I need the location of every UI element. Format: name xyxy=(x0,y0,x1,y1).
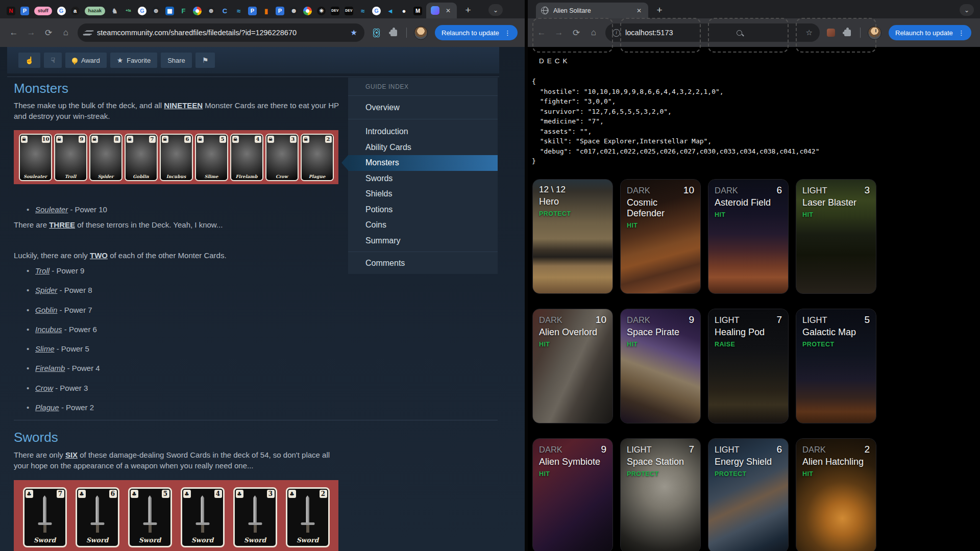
game-card-alien-hatchling[interactable]: DARK2Alien HatchlingHIT xyxy=(796,438,876,551)
close-tab-icon[interactable]: ✕ xyxy=(635,7,643,15)
browser-menu-icon[interactable]: ⋮ xyxy=(958,29,965,37)
pinned-tab-f-site[interactable]: F xyxy=(177,3,190,18)
pinned-tab-google-2[interactable]: G xyxy=(135,3,149,18)
game-card-asteroid-field[interactable]: DARK6Asteroid FieldHIT xyxy=(708,179,789,294)
new-tab-button[interactable]: + xyxy=(652,3,667,17)
pinned-tab-vscode[interactable]: ◄ xyxy=(383,3,397,18)
thumbs-down-button[interactable]: ☟ xyxy=(44,53,62,68)
monster-link[interactable]: Goblin xyxy=(35,306,57,314)
pinned-tab-github[interactable]: ● xyxy=(397,3,411,18)
sidebar-item-comments[interactable]: Comments xyxy=(348,252,498,274)
close-tab-icon[interactable]: ✕ xyxy=(444,7,452,15)
pinned-tab-openai[interactable]: ✳ xyxy=(314,3,328,18)
pinned-tab-globe-1[interactable]: ⊕ xyxy=(149,3,163,18)
react-devtools-icon[interactable] xyxy=(372,28,381,38)
bookmark-star-icon[interactable]: ★ xyxy=(351,28,357,37)
pinned-tab-unicorn[interactable]: ♞ xyxy=(108,3,121,18)
new-tab-button[interactable]: + xyxy=(461,3,475,17)
sidebar-item-ability-cards[interactable]: Ability Cards xyxy=(348,140,498,156)
sidebar-item-coins[interactable]: Coins xyxy=(348,217,498,233)
card-slot[interactable] xyxy=(620,18,701,53)
pinned-tab-dev-2[interactable]: DEV xyxy=(342,3,356,18)
pinned-tab-tailwind-1[interactable]: ≈ xyxy=(232,3,246,18)
sidebar-item-summary[interactable]: Summary xyxy=(348,233,498,249)
share-button[interactable]: Share xyxy=(161,53,192,68)
report-button[interactable]: ⚑ xyxy=(195,53,215,68)
sidebar-item-potions[interactable]: Potions xyxy=(348,202,498,218)
game-card-cosmic-defender[interactable]: DARK10Cosmic DefenderHIT xyxy=(620,179,701,294)
sidebar-item-monsters[interactable]: Monsters xyxy=(348,155,498,171)
sidebar-item-shields[interactable]: Shields xyxy=(348,186,498,202)
card-power-value: 2 xyxy=(320,490,327,498)
pinned-tab-emblem[interactable]: ⊛ xyxy=(287,3,301,18)
pinned-tab-dev-1[interactable]: DEV xyxy=(328,3,342,18)
pinned-tab-google-key[interactable] xyxy=(301,3,314,18)
reload-icon[interactable]: ⟳ xyxy=(40,24,57,41)
pinned-tab-tailwind-2[interactable]: ≈ xyxy=(356,3,370,18)
pinned-tab-maps[interactable] xyxy=(190,3,204,18)
pinned-tab-amazon[interactable]: a xyxy=(68,3,82,18)
monster-link[interactable]: Slime xyxy=(35,344,55,353)
game-card-space-station[interactable]: LIGHT7Space StationPROTECT xyxy=(620,438,701,551)
pinned-tab-stuff[interactable]: stuff xyxy=(32,3,55,18)
club-suit-icon: ♣ xyxy=(236,490,243,498)
game-card-laser-blaster[interactable]: LIGHT3Laser BlasterHIT xyxy=(796,179,876,294)
monster-link[interactable]: Incubus xyxy=(35,325,62,334)
home-icon[interactable]: ⌂ xyxy=(57,24,75,41)
pinned-tab-c-site[interactable]: C xyxy=(218,3,232,18)
extensions-puzzle-icon[interactable] xyxy=(390,30,397,36)
monster-link[interactable]: Spider xyxy=(35,286,57,294)
forward-icon[interactable]: → xyxy=(22,24,40,41)
tab-search-button[interactable]: ⌄ xyxy=(488,4,503,16)
pinned-tab-netflix[interactable]: N xyxy=(4,3,18,18)
sidebar-item-swords[interactable]: Swords xyxy=(348,171,498,187)
pinned-tab-fontawesome[interactable]: +fa xyxy=(121,3,135,18)
pinned-tab-medium[interactable]: M xyxy=(411,3,425,18)
game-card-energy-shield[interactable]: LIGHT6Energy ShieldPROTECT xyxy=(708,438,789,551)
favorite-button[interactable]: ★Favorite xyxy=(110,53,158,68)
monster-link[interactable]: Crow xyxy=(35,384,53,392)
pinned-tab-blue-docs-3[interactable]: P xyxy=(273,3,287,18)
relaunch-to-update-button[interactable]: Relaunch to update ⋮ xyxy=(435,25,518,40)
game-card-healing-pod[interactable]: LIGHT7Healing PodRAISE xyxy=(708,309,789,423)
url-text[interactable]: steamcommunity.com/sharedfiles/filedetai… xyxy=(97,29,297,37)
card-slot[interactable] xyxy=(532,18,613,53)
game-card-space-pirate[interactable]: DARK9Space PirateHIT xyxy=(620,309,701,423)
pinned-tab-blue-docs[interactable]: P xyxy=(18,3,32,18)
site-settings-icon[interactable] xyxy=(85,30,92,36)
relaunch-to-update-button[interactable]: Relaunch to update ⋮ xyxy=(889,25,971,40)
card-slot[interactable] xyxy=(708,18,789,53)
sidebar-item-introduction[interactable]: Introduction xyxy=(348,124,498,140)
pinned-tab-google-3[interactable]: G xyxy=(370,3,383,18)
browser-menu-icon[interactable]: ⋮ xyxy=(504,29,511,37)
tab-search-button[interactable]: ⌄ xyxy=(960,4,974,16)
pinned-tab-blue-docs-2[interactable]: P xyxy=(246,3,259,18)
game-card-alien-symbiote[interactable]: DARK9Alien SymbioteHIT xyxy=(532,438,613,551)
deck-config-json[interactable]: { "hostile": "10,10,10,9,9,8,6,6,4,4,3,2… xyxy=(532,77,820,166)
sidebar-item-overview[interactable]: Overview xyxy=(348,96,498,119)
active-tab[interactable]: ✕ xyxy=(426,3,457,18)
game-card-galactic-map[interactable]: LIGHT5Galactic MapPROTECT xyxy=(796,309,876,423)
monster-link[interactable]: Troll xyxy=(35,266,50,275)
rate-toolbar: ☝ ☟ Award ★Favorite Share ⚑ xyxy=(7,47,499,73)
pinned-tab-calendar[interactable]: ▦ xyxy=(163,3,177,18)
thumbs-up-button[interactable]: ☝ xyxy=(18,53,40,68)
info-icon[interactable]: i xyxy=(612,29,620,37)
card-name: Sword xyxy=(130,536,170,544)
pinned-tab-hazak[interactable]: hazak xyxy=(82,3,108,18)
profile-avatar[interactable] xyxy=(414,26,428,40)
game-card-hero[interactable]: 12 \ 12HeroPROTECT xyxy=(532,179,613,294)
card-slot[interactable] xyxy=(796,18,876,53)
address-bar[interactable]: steamcommunity.com/sharedfiles/filedetai… xyxy=(78,23,364,42)
alien-solitare-tab[interactable]: Alien Solitare ✕ xyxy=(536,3,648,18)
monster-link[interactable]: Plague xyxy=(35,403,59,412)
award-button[interactable]: Award xyxy=(65,53,107,68)
pinned-tab-globe-2[interactable]: ⊕ xyxy=(204,3,218,18)
card-type-label: LIGHT xyxy=(715,445,740,455)
pinned-tab-orange-bar[interactable]: ▮ xyxy=(259,3,273,18)
monster-link[interactable]: Firelamb xyxy=(35,364,65,372)
back-icon[interactable]: ← xyxy=(5,24,22,41)
game-card-alien-overlord[interactable]: DARK10Alien OverlordHIT xyxy=(532,309,613,423)
pinned-tab-google[interactable]: G xyxy=(55,3,68,18)
monster-link[interactable]: Souleater xyxy=(35,205,68,214)
